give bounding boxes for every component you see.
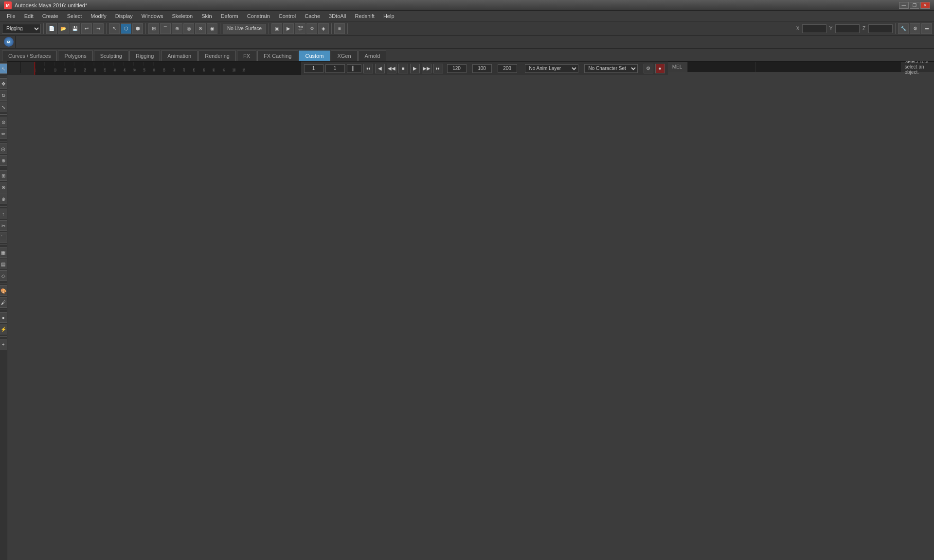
tab-polygons[interactable]: Polygons xyxy=(58,51,92,61)
offset-edge-btn[interactable]: ▤ xyxy=(0,259,7,269)
render-settings-btn[interactable]: ⚙ xyxy=(306,23,317,34)
step-back-btn[interactable]: ◀ xyxy=(375,64,385,73)
select-tool-btn[interactable]: ↖ xyxy=(0,63,7,74)
ipr-render-btn[interactable]: 🎬 xyxy=(295,23,305,34)
tab-rigging[interactable]: Rigging xyxy=(129,51,160,61)
paint-select-btn[interactable]: ⬢ xyxy=(132,23,143,34)
menu-item-redshift[interactable]: Redshift xyxy=(351,12,378,20)
step-fwd-btn[interactable]: ▶▶ xyxy=(422,64,431,73)
menu-item-skin[interactable]: Skin xyxy=(198,12,216,20)
play-fwd-btn[interactable]: ▶ xyxy=(410,64,420,73)
end-frame-input[interactable]: 120 xyxy=(447,64,467,73)
close-button[interactable]: ✕ xyxy=(920,2,930,9)
z-input[interactable] xyxy=(868,24,893,33)
play-back-btn[interactable]: ◀◀ xyxy=(387,64,396,73)
attribute-editor-toggle-btn[interactable]: 🔧 xyxy=(898,23,909,34)
move-normal-btn[interactable]: ↑ xyxy=(0,209,7,219)
anim-layer-select[interactable]: No Anim Layer xyxy=(525,64,578,73)
minimize-button[interactable]: — xyxy=(899,2,909,9)
show-manipulator-btn[interactable]: ⊕ xyxy=(0,155,7,166)
go-to-start-btn[interactable]: ⏮ xyxy=(363,64,373,73)
move-tool-btn[interactable]: ✥ xyxy=(0,78,7,89)
snap-surface-btn[interactable]: ◎ xyxy=(183,23,194,34)
multi-cut-btn[interactable]: ✂ xyxy=(0,220,7,231)
hypershade-btn[interactable]: ◈ xyxy=(318,23,329,34)
tool-settings-btn[interactable]: ⚙ xyxy=(910,23,920,34)
snap-curve-btn[interactable]: ⌒ xyxy=(160,23,171,34)
tab-custom[interactable]: Custom xyxy=(299,51,330,61)
start-frame-input[interactable]: 1 xyxy=(304,64,323,73)
range-end-input[interactable]: 100 xyxy=(472,64,492,73)
undo-btn[interactable]: ↩ xyxy=(81,23,92,34)
char-set-btn[interactable]: ⚙ xyxy=(644,64,653,73)
stop-btn[interactable]: ■ xyxy=(398,64,408,73)
mel-label[interactable]: MEL xyxy=(668,62,687,72)
menu-item-select[interactable]: Select xyxy=(63,12,86,20)
menu-item-deform[interactable]: Deform xyxy=(217,12,242,20)
channel-box-toggle-btn[interactable]: ☰ xyxy=(921,23,932,34)
tab-animation[interactable]: Animation xyxy=(161,51,198,61)
tab-fx-caching[interactable]: FX Caching xyxy=(257,51,298,61)
snap-view-left-btn[interactable]: ⊗ xyxy=(0,182,7,192)
tab-curves---surfaces[interactable]: Curves / Surfaces xyxy=(2,51,57,61)
tab-xgen[interactable]: XGen xyxy=(331,51,357,61)
menu-item-cache[interactable]: Cache xyxy=(301,12,324,20)
tab-sculpting[interactable]: Sculpting xyxy=(94,51,128,61)
snap-live-btn[interactable]: ◉ xyxy=(207,23,217,34)
range-end2-input[interactable]: 200 xyxy=(498,64,517,73)
timeline-area[interactable]: 1 5 10 15 20 25 30 35 40 45 50 55 xyxy=(7,61,301,75)
scale-tool-btn[interactable]: ⤡ xyxy=(0,102,7,112)
restore-button[interactable]: ❐ xyxy=(910,2,919,9)
paint-skin-btn[interactable]: 🎨 xyxy=(0,285,7,296)
select-mode-btn[interactable]: ↖ xyxy=(109,23,120,34)
menu-item-modify[interactable]: Modify xyxy=(87,12,110,20)
soft-sel-btn[interactable]: ◎ xyxy=(0,143,7,154)
snap-view-btn[interactable]: ⊗ xyxy=(195,23,206,34)
new-scene-btn[interactable]: 📄 xyxy=(46,23,57,34)
tab-rendering[interactable]: Rendering xyxy=(198,51,236,61)
menu-item-3dtoall[interactable]: 3DtoAll xyxy=(325,12,350,20)
menu-item-control[interactable]: Control xyxy=(275,12,300,20)
tab-arnold[interactable]: Arnold xyxy=(359,51,387,61)
menu-item-create[interactable]: Create xyxy=(38,12,62,20)
render-current-btn[interactable]: ▶ xyxy=(283,23,294,34)
paint-blend-btn[interactable]: 🖌 xyxy=(0,297,7,308)
more-tools-btn[interactable]: + xyxy=(0,339,7,350)
go-to-end-btn[interactable]: ⏭ xyxy=(433,64,443,73)
current-frame-input[interactable]: 1 xyxy=(325,64,345,73)
x-input[interactable] xyxy=(802,24,826,33)
save-scene-btn[interactable]: 💾 xyxy=(70,23,80,34)
snap-grid-btn[interactable]: ⊞ xyxy=(148,23,159,34)
extrude-btn[interactable]: ⬛ xyxy=(0,232,7,243)
open-scene-btn[interactable]: 📂 xyxy=(58,23,69,34)
ik-handle-btn[interactable]: ⚡ xyxy=(0,324,7,334)
create-joint-btn[interactable]: ● xyxy=(0,312,7,323)
menu-item-constrain[interactable]: Constrain xyxy=(243,12,274,20)
snap-point-btn[interactable]: ⊕ xyxy=(172,23,182,34)
snap-grid-left-btn[interactable]: ⊞ xyxy=(0,170,7,181)
auto-key-btn[interactable]: ● xyxy=(655,64,665,73)
lasso-tool-btn[interactable]: ⊙ xyxy=(0,117,7,127)
render-region-btn[interactable]: ▣ xyxy=(271,23,282,34)
tab-fx[interactable]: FX xyxy=(237,51,256,61)
show-outliner-btn[interactable]: ≡ xyxy=(334,23,345,34)
paint-tool-btn[interactable]: ✏ xyxy=(0,128,7,139)
menu-item-file[interactable]: File xyxy=(3,12,19,20)
snap-point-left-btn[interactable]: ⊕ xyxy=(0,193,7,204)
svg-text:25: 25 xyxy=(84,68,86,72)
menu-item-skeleton[interactable]: Skeleton xyxy=(168,12,197,20)
mode-select[interactable]: Rigging xyxy=(2,24,41,34)
menu-item-display[interactable]: Display xyxy=(111,12,137,20)
lasso-select-btn[interactable]: ⬡ xyxy=(121,23,131,34)
bevel-btn[interactable]: ◇ xyxy=(0,270,7,281)
char-set-select[interactable]: No Character Set xyxy=(584,64,638,73)
menu-item-edit[interactable]: Edit xyxy=(20,12,37,20)
no-live-surface-btn[interactable]: No Live Surface xyxy=(223,24,266,34)
redo-btn[interactable]: ↪ xyxy=(93,23,104,34)
y-input[interactable] xyxy=(835,24,860,33)
rotate-tool-btn[interactable]: ↻ xyxy=(0,90,7,101)
menu-item-windows[interactable]: Windows xyxy=(138,12,167,20)
menu-item-help[interactable]: Help xyxy=(379,12,398,20)
insert-edge-btn[interactable]: ▦ xyxy=(0,247,7,258)
command-input[interactable] xyxy=(687,62,755,72)
